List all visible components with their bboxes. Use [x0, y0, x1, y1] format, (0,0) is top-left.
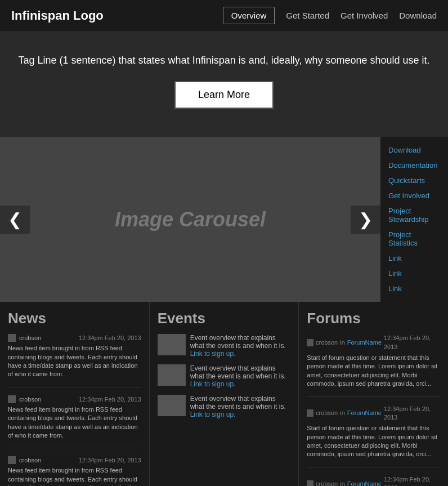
news-heading: News [8, 310, 141, 327]
forum-meta: crobson in ForumName 12:34pm Feb 20, 201… [307, 405, 440, 422]
carousel-right-arrow[interactable]: ❯ [351, 206, 380, 234]
news-meta: crobson 12:34pm Feb 20, 2013 [8, 334, 141, 342]
forum-time: 12:34pm Feb 20, 2013 [384, 475, 440, 486]
event-text: Event overview that explains what the ev… [190, 395, 286, 411]
hero-tagline: Tag Line (1 sentence) that states what I… [11, 53, 437, 68]
news-text: News feed item brought in from RSS feed … [8, 466, 141, 486]
event-thumbnail [158, 334, 186, 355]
news-time: 12:34pm Feb 20, 2013 [79, 335, 141, 341]
news-text: News feed item brought in from RSS feed … [8, 344, 141, 379]
sidebar-link-stewardship[interactable]: Project Stewardship [380, 203, 448, 227]
forum-author: crobson [316, 480, 338, 486]
event-text: Event overview that explains what the ev… [190, 334, 286, 350]
news-meta: crobson 12:34pm Feb 20, 2013 [8, 395, 141, 403]
news-item: crobson 12:34pm Feb 20, 2013 News feed i… [8, 334, 141, 387]
nav-overview[interactable]: Overview [223, 7, 275, 24]
forums-heading: Forums [307, 310, 440, 327]
hero-section: Tag Line (1 sentence) that states what I… [0, 31, 448, 137]
event-signup-link[interactable]: Link to sign up. [190, 350, 236, 358]
image-carousel: ❮ Image Carousel ❯ [0, 137, 380, 302]
site-logo: Infinispan Logo [11, 8, 104, 23]
main-nav: Overview Get Started Get Involved Downlo… [223, 7, 437, 24]
event-signup-link[interactable]: Link to sign up. [190, 380, 236, 388]
sidebar-link-get-involved[interactable]: Get Involved [380, 188, 448, 203]
sidebar-link-3[interactable]: Link [380, 281, 448, 296]
forum-item: crobson in ForumName 12:34pm Feb 20, 201… [307, 334, 440, 396]
header: Infinispan Logo Overview Get Started Get… [0, 0, 448, 31]
sidebar-link-1[interactable]: Link [380, 251, 448, 266]
forum-name-link[interactable]: ForumName [347, 480, 382, 486]
news-meta: crobson 12:34pm Feb 20, 2013 [8, 456, 141, 464]
forum-text: Start of forum question or statement tha… [307, 424, 440, 459]
news-author: crobson [19, 335, 41, 341]
forum-item: crobson in ForumName 12:34pm Feb 20, 201… [307, 405, 440, 467]
forum-text: Start of forum question or statement tha… [307, 354, 440, 389]
sidebar-link-download[interactable]: Download [380, 142, 448, 158]
news-avatar [8, 395, 16, 403]
event-item: Event overview that explains what the ev… [158, 364, 291, 388]
forum-meta: crobson in ForumName 12:34pm Feb 20, 201… [307, 475, 440, 486]
carousel-left-arrow[interactable]: ❮ [0, 206, 30, 234]
event-signup-link[interactable]: Link to sign up. [190, 411, 236, 418]
event-item: Event overview that explains what the ev… [158, 334, 291, 358]
sidebar-link-quickstarts[interactable]: Quickstarts [380, 173, 448, 188]
event-text: Event overview that explains what the ev… [190, 364, 286, 380]
forum-avatar [307, 409, 313, 417]
forum-time: 12:34pm Feb 20, 2013 [384, 334, 440, 351]
forum-meta: crobson in ForumName 12:34pm Feb 20, 201… [307, 334, 440, 351]
news-item: crobson 12:34pm Feb 20, 2013 News feed i… [8, 456, 141, 486]
sidebar-link-2[interactable]: Link [380, 266, 448, 281]
nav-get-started[interactable]: Get Started [286, 11, 329, 20]
forum-pretext: in [340, 480, 345, 486]
forum-pretext: in [340, 409, 345, 417]
sidebar: Download Documentation Quickstarts Get I… [380, 137, 448, 302]
nav-download[interactable]: Download [399, 11, 437, 20]
forum-item: crobson in ForumName 12:34pm Feb 20, 201… [307, 475, 440, 486]
sidebar-link-documentation[interactable]: Documentation [380, 158, 448, 173]
news-text: News feed item brought in from RSS feed … [8, 405, 141, 440]
forum-name-link[interactable]: ForumName [347, 409, 382, 417]
forum-name-link[interactable]: ForumName [347, 338, 382, 347]
carousel-title: Image Carousel [115, 208, 266, 231]
news-column: News crobson 12:34pm Feb 20, 2013 News f… [0, 302, 150, 486]
event-thumbnail [158, 364, 186, 386]
three-column-section: News crobson 12:34pm Feb 20, 2013 News f… [0, 302, 448, 486]
content-wrapper: ❮ Image Carousel ❯ Download Documentatio… [0, 137, 448, 302]
nav-get-involved[interactable]: Get Involved [341, 11, 388, 20]
events-heading: Events [158, 310, 291, 327]
forum-avatar [307, 339, 313, 346]
event-info: Event overview that explains what the ev… [190, 334, 291, 358]
event-thumbnail [158, 395, 186, 416]
news-avatar [8, 456, 16, 464]
news-author: crobson [19, 396, 41, 403]
event-info: Event overview that explains what the ev… [190, 395, 291, 418]
news-avatar [8, 334, 16, 342]
events-column: Events Event overview that explains what… [150, 302, 299, 486]
forum-author: crobson [316, 338, 338, 347]
forums-column: Forums crobson in ForumName 12:34pm Feb … [299, 302, 448, 486]
event-item: Event overview that explains what the ev… [158, 395, 291, 418]
forum-avatar [307, 480, 313, 486]
forum-author: crobson [316, 409, 338, 417]
forum-pretext: in [340, 338, 345, 347]
learn-more-button[interactable]: Learn More [174, 81, 274, 109]
forum-time: 12:34pm Feb 20, 2013 [384, 405, 440, 422]
news-item: crobson 12:34pm Feb 20, 2013 News feed i… [8, 395, 141, 449]
news-author: crobson [19, 457, 41, 463]
news-time: 12:34pm Feb 20, 2013 [79, 396, 141, 403]
news-time: 12:34pm Feb 20, 2013 [79, 457, 141, 463]
event-info: Event overview that explains what the ev… [190, 364, 291, 388]
sidebar-link-statistics[interactable]: Project Statistics [380, 227, 448, 251]
